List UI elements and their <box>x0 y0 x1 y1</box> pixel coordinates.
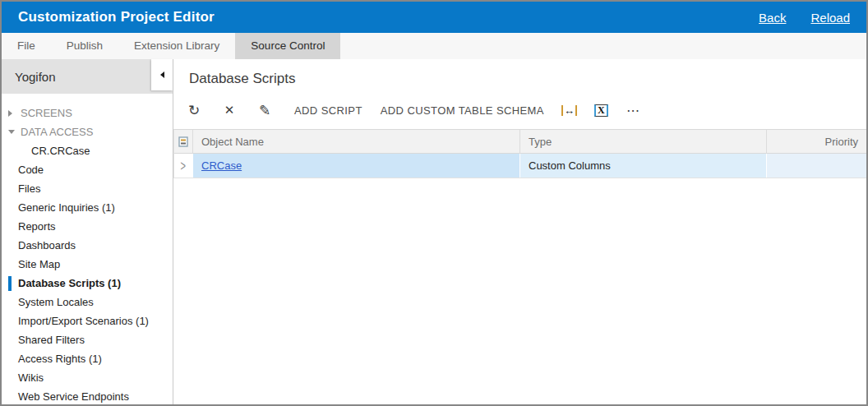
sidebar-item-label: Shared Filters <box>18 334 85 346</box>
edit-pencil-icon[interactable]: ✎ <box>256 102 274 119</box>
menubar: File Publish Extension Library Source Co… <box>2 33 866 59</box>
column-header-type[interactable]: Type <box>520 130 767 153</box>
crcase-link[interactable]: CRCase <box>201 159 242 172</box>
sidebar-item-label: Web Service Endpoints <box>18 390 129 403</box>
sidebar-item-label: DATA ACCESS <box>21 126 93 138</box>
sidebar-item-label: Generic Inquiries (1) <box>18 201 115 214</box>
database-scripts-grid: Object Name Type Priority > CRCase Custo… <box>173 129 866 178</box>
reload-link[interactable]: Reload <box>810 11 850 25</box>
cell-object-name: CRCase <box>193 154 520 178</box>
table-row[interactable]: > CRCase Custom Columns <box>174 154 866 178</box>
sidebar-item-wikis[interactable]: Wikis <box>2 368 173 387</box>
menu-item-file[interactable]: File <box>2 33 51 59</box>
section-title: Database Scripts <box>189 71 866 87</box>
sidebar-item-reports[interactable]: Reports <box>2 217 173 236</box>
sidebar-item-label: Site Map <box>18 258 60 270</box>
add-script-button[interactable]: ADD SCRIPT <box>285 99 372 122</box>
back-link[interactable]: Back <box>759 11 786 25</box>
sidebar-item-data-access[interactable]: DATA ACCESS <box>2 122 173 141</box>
sidebar: Yogifon SCREENS DATA ACCESS CR.CRCase <box>2 59 173 404</box>
main-panel: Database Scripts ↻ ✕ ✎ ADD SCRIPT ADD CU… <box>173 59 866 404</box>
sidebar-item-label: Code <box>18 164 44 176</box>
row-settings-header-cell[interactable] <box>174 130 193 153</box>
row-expand-cell[interactable]: > <box>174 154 193 178</box>
sidebar-item-shared-filters[interactable]: Shared Filters <box>2 330 173 349</box>
fit-width-icon[interactable]: ↔ <box>561 104 577 116</box>
sidebar-item-screens[interactable]: SCREENS <box>2 104 173 122</box>
menu-item-extension-library[interactable]: Extension Library <box>118 33 235 59</box>
grid-header: Object Name Type Priority <box>174 130 866 154</box>
page-title: Customization Project Editor <box>18 9 734 25</box>
selected-item-marker <box>8 276 12 291</box>
menu-item-source-control[interactable]: Source Control <box>235 33 340 59</box>
sidebar-item-label: Reports <box>18 220 56 233</box>
sidebar-item-label: Dashboards <box>18 239 76 251</box>
more-options-icon[interactable]: ⋯ <box>626 103 640 118</box>
customization-project-editor-window: Customization Project Editor Back Reload… <box>0 0 868 406</box>
sidebar-item-access-rights[interactable]: Access Rights (1) <box>2 349 173 368</box>
cell-type[interactable]: Custom Columns <box>520 154 767 178</box>
sidebar-item-label: SCREENS <box>21 107 72 119</box>
add-custom-table-schema-button[interactable]: ADD CUSTOM TABLE SCHEMA <box>372 99 553 122</box>
sidebar-tree: SCREENS DATA ACCESS CR.CRCase Code Files… <box>2 94 173 404</box>
sidebar-item-web-service-endpoints[interactable]: Web Service Endpoints <box>2 387 173 404</box>
toolbar: ↻ ✕ ✎ ADD SCRIPT ADD CUSTOM TABLE SCHEMA… <box>173 97 866 123</box>
sidebar-item-files[interactable]: Files <box>2 179 173 198</box>
export-to-excel-icon[interactable]: X <box>594 104 608 117</box>
sidebar-item-label: Import/Export Scenarios (1) <box>18 315 149 327</box>
sidebar-item-cr-crcase[interactable]: CR.CRCase <box>2 141 173 160</box>
sidebar-item-database-scripts[interactable]: Database Scripts (1) <box>2 274 173 293</box>
body: Yogifon SCREENS DATA ACCESS CR.CRCase <box>2 59 866 404</box>
cell-priority[interactable] <box>767 154 866 178</box>
row-chevron-icon: > <box>181 157 186 173</box>
sidebar-collapse-button[interactable] <box>151 59 173 90</box>
sidebar-item-system-locales[interactable]: System Locales <box>2 293 173 311</box>
sidebar-item-dashboards[interactable]: Dashboards <box>2 236 173 255</box>
menu-item-publish[interactable]: Publish <box>51 33 118 59</box>
sidebar-item-label: Files <box>18 182 40 195</box>
titlebar: Customization Project Editor Back Reload <box>2 2 866 33</box>
sidebar-item-label: Database Scripts (1) <box>18 277 121 289</box>
column-header-priority[interactable]: Priority <box>767 130 866 153</box>
column-header-object-name[interactable]: Object Name <box>193 130 520 153</box>
sidebar-item-code[interactable]: Code <box>2 160 173 179</box>
sidebar-item-label: Access Rights (1) <box>18 353 102 365</box>
sidebar-item-label: System Locales <box>18 296 94 308</box>
sidebar-item-label: CR.CRCase <box>31 145 90 157</box>
sidebar-item-import-export-scenarios[interactable]: Import/Export Scenarios (1) <box>2 311 173 330</box>
cancel-icon[interactable]: ✕ <box>220 103 238 118</box>
project-name: Yogifon <box>15 70 56 84</box>
sidebar-item-generic-inquiries[interactable]: Generic Inquiries (1) <box>2 198 173 217</box>
chevron-down-icon[interactable] <box>8 130 17 134</box>
row-settings-icon <box>178 136 188 147</box>
sidebar-header: Yogifon <box>2 59 173 94</box>
sidebar-item-label: Wikis <box>18 371 44 384</box>
collapse-arrow-icon <box>160 72 164 78</box>
chevron-right-icon[interactable] <box>8 110 17 117</box>
sidebar-item-site-map[interactable]: Site Map <box>2 255 173 274</box>
refresh-icon[interactable]: ↻ <box>185 102 203 119</box>
